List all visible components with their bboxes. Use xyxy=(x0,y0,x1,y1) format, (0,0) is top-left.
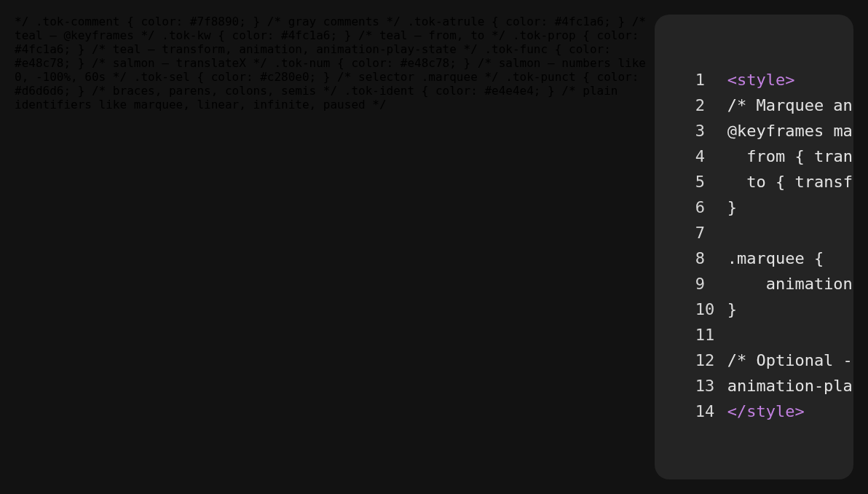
code-token: { xyxy=(776,173,785,191)
line-number: 3 xyxy=(695,118,727,144)
code-content: <style> xyxy=(727,67,795,93)
line-number: 9 xyxy=(695,271,727,297)
code-line[interactable]: 6} xyxy=(695,195,813,220)
code-token: <style> xyxy=(727,71,795,89)
code-line[interactable]: 5 to { transform: translateX(-100%); } xyxy=(695,169,813,195)
code-token xyxy=(727,173,747,191)
code-token: @keyframes xyxy=(727,122,824,140)
line-number: 2 xyxy=(695,93,727,118)
code-token: : xyxy=(853,275,853,293)
code-token: { xyxy=(794,147,804,165)
line-number: 14 xyxy=(695,399,727,424)
code-line[interactable]: 7 xyxy=(695,220,813,246)
code-line[interactable]: 4 from { transform: translateX(0); } xyxy=(695,144,813,169)
code-content: /* Marquee animation */ xyxy=(727,93,853,118)
code-token: </style> xyxy=(727,402,805,420)
code-content: animation-play-state: paused; xyxy=(727,373,853,399)
code-line[interactable]: 14</style> xyxy=(695,399,813,424)
code-token xyxy=(727,275,766,293)
line-number: 4 xyxy=(695,144,727,169)
code-token: animation-play-state xyxy=(727,377,853,395)
code-content: .marquee { xyxy=(727,246,824,271)
line-number: 11 xyxy=(695,322,727,348)
code-token xyxy=(766,173,776,191)
code-token: to xyxy=(746,173,766,191)
code-token: /* Optional - Pause on hover */ xyxy=(727,351,853,369)
line-number: 5 xyxy=(695,169,727,195)
code-content: </style> xyxy=(727,399,805,424)
line-number: 12 xyxy=(695,348,727,373)
code-container: 1<style>2/* Marquee animation */3@keyfra… xyxy=(695,67,813,424)
code-token: } xyxy=(727,198,737,216)
code-token: transform xyxy=(794,173,853,191)
code-token xyxy=(785,173,794,191)
code-token: { xyxy=(814,249,824,267)
code-content: animation: marquee 60s linear infinite; xyxy=(727,271,853,297)
code-token: from xyxy=(746,147,785,165)
code-line[interactable]: 3@keyframes marquee { xyxy=(695,118,813,144)
line-number: 7 xyxy=(695,220,727,246)
line-number: 6 xyxy=(695,195,727,220)
code-token: marquee xyxy=(833,122,853,140)
code-line[interactable]: 8.marquee { xyxy=(695,246,813,271)
line-number: 8 xyxy=(695,246,727,271)
code-token: } xyxy=(727,300,737,318)
code-line[interactable]: 2/* Marquee animation */ xyxy=(695,93,813,118)
code-line[interactable]: 9 animation: marquee 60s linear infinite… xyxy=(695,271,813,297)
code-token xyxy=(824,122,833,140)
code-content: /* Optional - Pause on hover */ xyxy=(727,348,853,373)
code-content: from { transform: translateX(0); } xyxy=(727,144,853,169)
code-token xyxy=(805,249,814,267)
code-content: to { transform: translateX(-100%); } xyxy=(727,169,853,195)
code-token: animation xyxy=(766,275,853,293)
line-number: 13 xyxy=(695,373,727,399)
code-content: } xyxy=(727,195,737,220)
code-token: /* Marquee animation */ xyxy=(727,96,853,114)
code-line[interactable]: 13animation-play-state: paused; xyxy=(695,373,813,399)
code-token: .marquee xyxy=(727,249,805,267)
code-content: } xyxy=(727,297,737,322)
code-block[interactable]: 1<style>2/* Marquee animation */3@keyfra… xyxy=(655,15,853,479)
code-token xyxy=(785,147,794,165)
code-token xyxy=(805,147,814,165)
code-line[interactable]: 10} xyxy=(695,297,813,322)
code-content: @keyframes marquee { xyxy=(727,118,853,144)
code-line[interactable]: 1<style> xyxy=(695,67,813,93)
code-token: transform xyxy=(814,147,853,165)
line-number: 10 xyxy=(695,297,727,322)
code-line[interactable]: 11 xyxy=(695,322,813,348)
code-token xyxy=(727,147,747,165)
code-line[interactable]: 12/* Optional - Pause on hover */ xyxy=(695,348,813,373)
line-number: 1 xyxy=(695,67,727,93)
